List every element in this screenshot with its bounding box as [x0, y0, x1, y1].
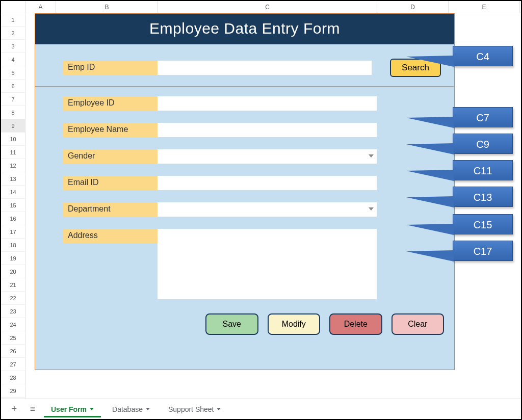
row-header[interactable]: 5 [1, 66, 25, 80]
row-header[interactable]: 16 [1, 212, 25, 225]
sheet-tabs-bar: + ≡ User FormDatabaseSupport Sheet [1, 399, 521, 419]
row-header[interactable]: 27 [1, 358, 25, 371]
label-gender: Gender [63, 149, 158, 164]
column-header-row: ABCDE [1, 1, 521, 13]
row-header[interactable]: 25 [1, 331, 25, 345]
input-email[interactable] [158, 176, 377, 190]
sheet-area: Employee Data Entry Form Emp ID Search E… [25, 13, 521, 399]
row-header[interactable]: 24 [1, 318, 25, 331]
textarea-address[interactable] [158, 229, 377, 299]
sheet-tab[interactable]: Support Sheet [161, 401, 228, 417]
label-address: Address [63, 229, 158, 243]
search-row: Emp ID Search [35, 44, 454, 86]
callout: C15 [453, 214, 513, 234]
select-department[interactable] [158, 202, 377, 217]
column-header[interactable]: D [377, 1, 449, 13]
input-employee-id[interactable] [158, 96, 377, 111]
label-employee-name: Employee Name [63, 123, 158, 137]
field-email: Email ID [63, 176, 444, 190]
chevron-down-icon [217, 408, 221, 410]
label-email: Email ID [63, 176, 158, 190]
row-header[interactable]: 15 [1, 199, 25, 212]
form-container: Employee Data Entry Form Emp ID Search E… [35, 13, 455, 370]
callout: C13 [453, 187, 513, 207]
input-employee-name[interactable] [158, 123, 377, 137]
add-sheet-button[interactable]: + [7, 402, 21, 416]
field-gender: Gender [63, 149, 444, 164]
row-header[interactable]: 7 [1, 93, 25, 106]
row-header[interactable]: 14 [1, 186, 25, 199]
row-header[interactable]: 22 [1, 292, 25, 305]
sheet-tab[interactable]: User Form [44, 401, 101, 417]
callout: C7 [453, 107, 513, 127]
sheet-tab-label: Support Sheet [168, 405, 214, 413]
row-header[interactable]: 9 [1, 119, 25, 133]
button-row: Save Modify Delete Clear [63, 313, 444, 335]
column-header[interactable]: E [449, 1, 520, 13]
row-header[interactable]: 3 [1, 40, 25, 53]
search-label: Emp ID [63, 61, 158, 75]
row-header[interactable]: 29 [1, 384, 25, 398]
label-department: Department [63, 202, 158, 217]
all-sheets-button[interactable]: ≡ [25, 402, 40, 416]
form-title: Employee Data Entry Form [35, 14, 454, 44]
row-header[interactable]: 19 [1, 252, 25, 265]
field-address: Address [63, 229, 444, 299]
row-header[interactable]: 17 [1, 225, 25, 239]
field-employee-id: Employee ID [63, 96, 444, 111]
row-header[interactable]: 2 [1, 27, 25, 40]
row-header-column: 1234567891011121314151617181920212223242… [1, 13, 25, 399]
column-header[interactable]: A [25, 1, 56, 13]
callout: C17 [453, 241, 513, 261]
column-header[interactable]: B [56, 1, 158, 13]
row-header[interactable]: 10 [1, 133, 25, 146]
row-header[interactable]: 8 [1, 106, 25, 119]
delete-button[interactable]: Delete [329, 313, 382, 335]
sheet-tab[interactable]: Database [105, 401, 157, 417]
row-header[interactable]: 28 [1, 371, 25, 384]
sheet-tab-label: Database [112, 405, 143, 413]
row-header[interactable]: 18 [1, 239, 25, 252]
row-header[interactable]: 26 [1, 345, 25, 358]
clear-button[interactable]: Clear [392, 313, 445, 335]
row-header[interactable]: 23 [1, 305, 25, 318]
row-header[interactable]: 11 [1, 146, 25, 159]
select-all-corner[interactable] [1, 1, 25, 13]
field-employee-name: Employee Name [63, 123, 444, 137]
sheet-tab-label: User Form [51, 405, 87, 413]
callout: C11 [453, 160, 513, 180]
modify-button[interactable]: Modify [268, 313, 321, 335]
chevron-down-icon [90, 408, 94, 410]
row-header[interactable]: 20 [1, 265, 25, 278]
select-gender[interactable] [158, 149, 377, 164]
label-employee-id: Employee ID [63, 96, 158, 111]
chevron-down-icon [146, 408, 150, 410]
row-header[interactable]: 1 [1, 13, 25, 27]
field-department: Department [63, 202, 444, 217]
callout: C4 [453, 46, 513, 66]
row-header[interactable]: 6 [1, 80, 25, 93]
form-body: Employee ID Employee Name Gender Email I… [35, 87, 454, 340]
save-button[interactable]: Save [205, 313, 258, 335]
callout: C9 [453, 134, 513, 154]
row-header[interactable]: 21 [1, 278, 25, 292]
row-header[interactable]: 13 [1, 172, 25, 186]
search-input[interactable] [158, 61, 372, 75]
row-header[interactable]: 12 [1, 159, 25, 172]
row-header[interactable]: 4 [1, 53, 25, 66]
column-header[interactable]: C [158, 1, 377, 13]
